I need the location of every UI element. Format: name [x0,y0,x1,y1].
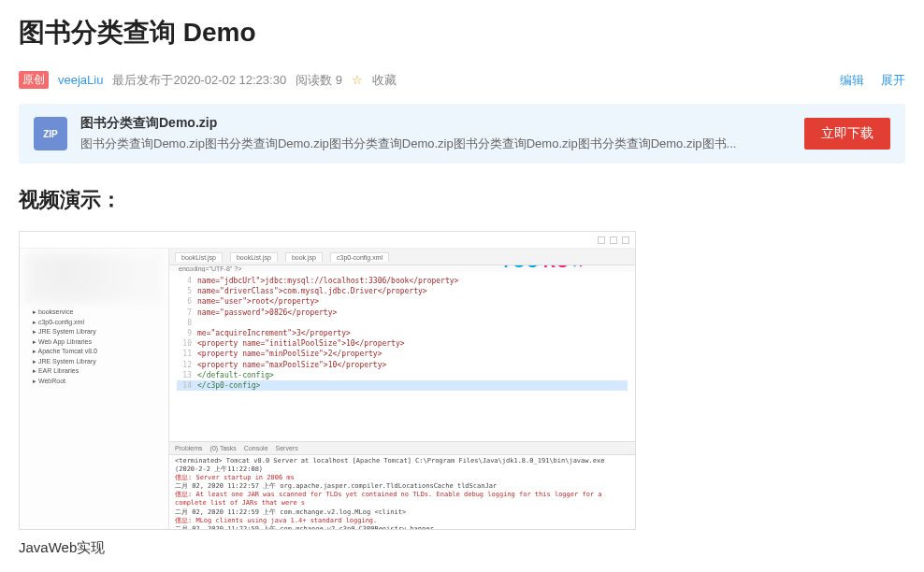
download-info: 图书分类查询Demo.zip 图书分类查询Demo.zip图书分类查询Demo.… [80,115,791,152]
ide-screenshot: ▸ bookservice▸ c3p0-config.xml▸ JRE Syst… [20,232,635,529]
edit-link[interactable]: 编辑 [840,72,864,89]
min-icon [598,236,605,244]
console-line: 二月 02, 2020 11:22:59 上午 com.mchange.v2.c… [175,525,629,529]
meta-row: 原创 veejaLiu 最后发布于2020-02-02 12:23:30 阅读数… [19,71,905,104]
ide-tab: bookList.jsp [175,252,223,262]
ide-titlebar [20,232,635,249]
ide-tabs: bookList.jspbookList.jspbook.jspc3p0-con… [169,249,635,265]
section-heading: 视频演示： [19,186,905,214]
original-badge: 原创 [19,71,49,89]
star-icon: ☆ [352,73,363,87]
read-count: 阅读数 9 [296,72,342,89]
console-line: 信息: MLog clients using java 1.4+ standar… [175,517,629,525]
code-line: 4name="jdbcUrl">jdbc:mysql://localhost:3… [177,276,628,286]
favorite-label[interactable]: 收藏 [372,72,397,89]
console-line: <terminated> Tomcat v8.0 Server at local… [175,457,629,474]
tree-item: ▸ WebRoot [25,377,163,387]
console-line: 二月 02, 2020 11:22:57 上午 org.apache.jaspe… [175,482,629,491]
ide-encoding: encoding="UTF-8" ?> [169,265,635,272]
tree-item: ▸ EAR Libraries [25,366,163,377]
expand-link[interactable]: 展开 [881,72,905,89]
code-line: 9me="acquireIncrement">3</property> [177,328,628,338]
tree-item: ▸ Web App Libraries [25,337,163,348]
video-thumbnail[interactable]: YOUKU ▸ bookservice▸ c3p0-config.xml▸ JR… [19,231,636,530]
ide-tab: c3p0-config.xml [330,252,389,262]
code-line: 10<property name="initialPoolSize">10</p… [177,338,628,349]
close-icon [622,236,629,244]
publish-date: 最后发布于2020-02-02 12:23:30 [112,72,286,89]
code-line: 7name="password">0826</property> [177,307,628,318]
max-icon [610,236,617,244]
console-tab: (0) Tasks [210,445,237,451]
download-filename: 图书分类查询Demo.zip [80,115,791,132]
video-caption: JavaWeb实现 [19,539,905,557]
code-line: 8 [177,318,628,328]
console-tab: Servers [276,445,298,451]
zip-icon: ZIP [34,117,67,150]
code-line: 6name="user">root</property> [177,296,628,307]
tree-item: ▸ Apache Tomcat v8.0 [25,347,163,357]
ide-tab: bookList.jsp [230,252,278,262]
page-title: 图书分类查询 Demo [19,0,905,71]
author-link[interactable]: veejaLiu [58,73,103,87]
tree-item: ▸ bookservice [25,307,163,318]
code-line: 12<property name="maxPoolSize">10</prope… [177,360,628,370]
download-description: 图书分类查询Demo.zip图书分类查询Demo.zip图书分类查询Demo.z… [80,136,791,152]
console-line: 信息: Server startup in 2806 ms [175,474,629,482]
code-line: 13</default-config> [177,370,628,380]
ide-editor: 4name="jdbcUrl">jdbc:mysql://localhost:3… [169,272,635,441]
ide-console: <terminated> Tomcat v8.0 Server at local… [169,454,635,529]
code-line: 11<property name="minPoolSize">2</proper… [177,349,628,359]
console-line: 二月 02, 2020 11:22:59 上午 com.mchange.v2.l… [175,508,629,517]
console-tab: Console [244,445,268,451]
tree-item: ▸ c3p0-config.xml [25,318,163,328]
console-tab: Problems [175,445,203,451]
console-line: 信息: At least one JAR was scanned for TLD… [175,491,629,508]
tree-item: ▸ JRE System Library [25,357,163,367]
ide-sidebar: ▸ bookservice▸ c3p0-config.xml▸ JRE Syst… [20,249,169,529]
ide-console-tabs: Problems(0) TasksConsoleServers [169,441,635,454]
tree-item: ▸ JRE System Library [25,327,163,337]
code-line: 14</c3p0-config> [177,380,628,391]
download-box: ZIP 图书分类查询Demo.zip 图书分类查询Demo.zip图书分类查询D… [19,104,905,164]
ide-tab: book.jsp [285,252,323,262]
code-line: 5name="driverClass">com.mysql.jdbc.Drive… [177,286,628,296]
download-button[interactable]: 立即下载 [804,118,890,150]
